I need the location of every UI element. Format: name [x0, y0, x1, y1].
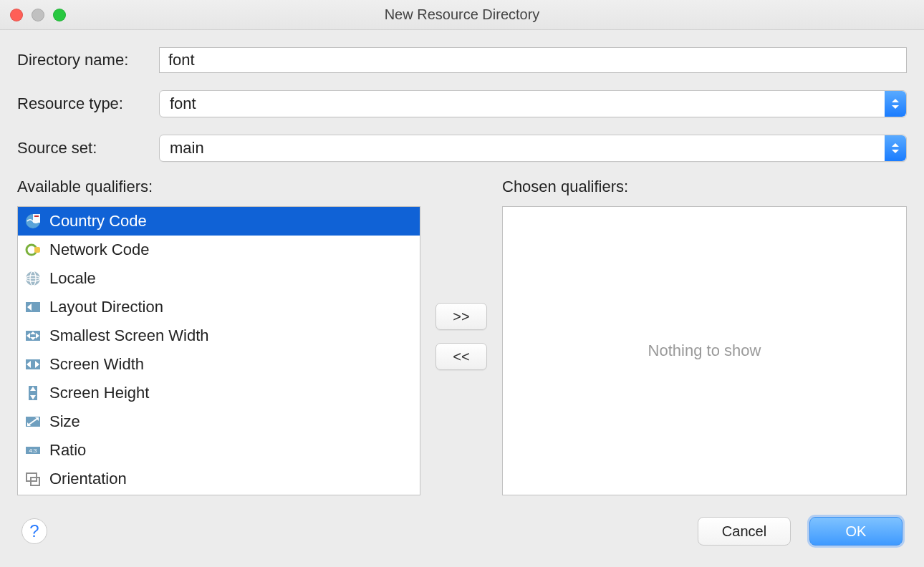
list-item[interactable]: Country Code — [18, 207, 420, 236]
list-item-label: Orientation — [49, 470, 127, 488]
source-set-value: main — [160, 139, 885, 158]
directory-name-input[interactable] — [159, 47, 907, 73]
list-item[interactable]: Screen Width — [18, 350, 420, 379]
network-code-icon — [24, 241, 42, 259]
screen-width-icon — [24, 355, 42, 374]
chosen-qualifiers-list[interactable]: Nothing to show — [502, 206, 907, 495]
ok-button[interactable]: OK — [809, 517, 903, 546]
ratio-icon: 4:3 — [24, 441, 42, 460]
empty-text: Nothing to show — [648, 341, 761, 360]
list-item-label: Ratio — [49, 441, 86, 460]
list-item-label: Smallest Screen Width — [49, 326, 209, 345]
titlebar: New Resource Directory — [0, 0, 924, 30]
help-button[interactable]: ? — [21, 518, 47, 544]
screen-height-icon — [24, 384, 42, 402]
list-item-label: Layout Direction — [49, 298, 163, 316]
directory-name-label: Directory name: — [17, 51, 159, 69]
list-item[interactable]: Orientation — [18, 465, 420, 493]
list-item-label: Country Code — [49, 212, 147, 231]
available-qualifiers-list[interactable]: Country CodeNetwork CodeLocaleLayout Dir… — [17, 206, 420, 495]
svg-rect-6 — [34, 215, 39, 217]
add-qualifier-button[interactable]: >> — [435, 303, 487, 330]
cancel-button[interactable]: Cancel — [698, 517, 791, 546]
chosen-qualifiers-label: Chosen qualifiers: — [502, 178, 907, 196]
resource-type-value: font — [160, 94, 885, 113]
smallest-screen-width-icon — [24, 326, 42, 345]
source-set-combo[interactable]: main — [159, 135, 907, 162]
orientation-icon — [24, 470, 42, 488]
svg-marker-2 — [892, 143, 899, 147]
list-item-label: Network Code — [49, 241, 149, 259]
list-item-label: Size — [49, 412, 80, 431]
list-item[interactable]: Screen Height — [18, 379, 420, 407]
svg-marker-3 — [892, 150, 899, 153]
help-icon: ? — [29, 521, 39, 541]
resource-type-combo[interactable]: font — [159, 90, 907, 117]
locale-icon — [24, 269, 42, 288]
available-qualifiers-label: Available qualifiers: — [17, 178, 420, 196]
svg-rect-8 — [34, 247, 40, 253]
list-item-label: Screen Width — [49, 355, 144, 374]
window-title: New Resource Directory — [0, 6, 924, 23]
combo-stepper-icon — [885, 91, 906, 117]
svg-marker-0 — [892, 99, 899, 102]
source-set-label: Source set: — [17, 139, 159, 158]
list-item[interactable]: 4:3Ratio — [18, 436, 420, 465]
svg-text:4:3: 4:3 — [29, 447, 37, 454]
list-item[interactable]: Smallest Screen Width — [18, 321, 420, 350]
list-item-label: Locale — [49, 269, 96, 288]
svg-rect-5 — [33, 214, 40, 223]
svg-marker-1 — [892, 105, 899, 109]
list-item[interactable]: Locale — [18, 264, 420, 293]
list-item[interactable]: Network Code — [18, 236, 420, 264]
list-item-label: Screen Height — [49, 384, 149, 402]
layout-direction-icon — [24, 298, 42, 316]
country-code-icon — [24, 212, 42, 231]
resource-type-label: Resource type: — [17, 94, 159, 113]
list-item[interactable]: Size — [18, 407, 420, 436]
remove-qualifier-button[interactable]: << — [435, 343, 487, 370]
combo-stepper-icon — [885, 135, 906, 161]
list-item[interactable]: Layout Direction — [18, 293, 420, 321]
size-icon — [24, 412, 42, 431]
